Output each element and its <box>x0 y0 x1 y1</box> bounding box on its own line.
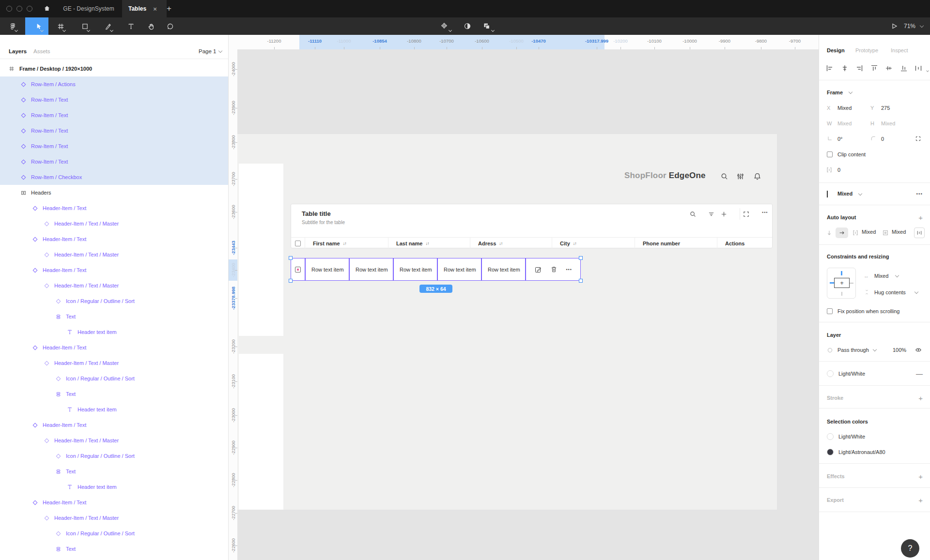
tab-inspect[interactable]: Inspect <box>891 47 908 53</box>
layer-row[interactable]: Row-Item / Text <box>0 123 229 138</box>
gap-input[interactable]: 0 <box>837 167 840 173</box>
selection-handle[interactable] <box>579 279 583 283</box>
layer-row[interactable]: Text <box>0 386 229 402</box>
layer-row[interactable]: Header-Item / Text / Master <box>0 278 229 293</box>
more-dots-icon[interactable]: ••• <box>762 210 768 215</box>
row-text-cell[interactable]: Row text item <box>481 258 526 281</box>
sort-icon[interactable]: ↓↑ <box>499 241 502 246</box>
align-h-center-icon[interactable] <box>841 64 849 72</box>
layer-row[interactable]: Header-Item / Text <box>0 262 229 278</box>
align-bottom-icon[interactable] <box>900 64 908 72</box>
align-right-icon[interactable] <box>855 64 863 72</box>
h-input[interactable]: Mixed <box>881 121 895 126</box>
layout-horizontal-icon[interactable] <box>836 227 848 238</box>
tab-layers[interactable]: Layers <box>9 48 27 54</box>
chevron-down-icon[interactable] <box>110 25 113 33</box>
chevron-down-icon[interactable] <box>63 25 65 33</box>
row-checkbox[interactable] <box>295 267 301 272</box>
table-card[interactable]: Table title Subtitle for the table ••• F… <box>291 204 773 248</box>
column-header-adress[interactable]: Adress↓↑ <box>470 238 552 249</box>
color-swatch[interactable] <box>827 449 834 455</box>
alignment-grid-button[interactable] <box>914 227 925 238</box>
window-close-button[interactable] <box>6 6 12 12</box>
vertical-constraint-select[interactable]: Hug contents <box>874 289 906 295</box>
row-checkbox-cell[interactable] <box>291 258 305 281</box>
padding-input[interactable]: Mixed <box>892 229 906 235</box>
column-header-first-name[interactable]: First name↓↑ <box>305 238 388 249</box>
x-input[interactable]: Mixed <box>837 105 852 111</box>
constraint-right[interactable] <box>850 283 853 284</box>
add-effect-icon[interactable]: + <box>918 472 923 481</box>
trash-icon[interactable] <box>550 266 558 273</box>
blend-mode-select[interactable]: Pass through <box>837 347 869 353</box>
clip-content-checkbox[interactable] <box>827 151 833 157</box>
independent-corners-icon[interactable] <box>915 136 921 143</box>
layer-row[interactable]: Text <box>0 309 229 324</box>
row-text-cell[interactable]: Row text item <box>349 258 393 281</box>
layer-row[interactable]: Row-Item / Actions <box>0 76 229 92</box>
zoom-level[interactable]: 71% <box>904 23 923 30</box>
layer-row[interactable]: Header-Item / Text <box>0 200 229 216</box>
comment-tool-icon[interactable] <box>163 17 177 35</box>
layer-row[interactable]: Header-Item / Text <box>0 340 229 355</box>
fix-position-checkbox[interactable] <box>827 308 833 314</box>
column-header-city[interactable]: City↓↑ <box>552 238 635 249</box>
window-zoom-button[interactable] <box>27 6 32 12</box>
checkbox[interactable] <box>295 241 301 246</box>
selection-color-row[interactable]: Light/White <box>819 433 930 440</box>
chevron-down-icon[interactable] <box>15 25 17 33</box>
layer-row[interactable]: Frame / Desktop / 1920×1000 <box>0 61 229 76</box>
more-dots-icon[interactable]: ••• <box>566 267 572 272</box>
layer-row[interactable]: Row-Item / Text <box>0 154 229 169</box>
layer-row[interactable]: Header text item <box>0 324 229 340</box>
corner-radius-input[interactable]: 0 <box>881 136 884 142</box>
figma-menu-icon[interactable] <box>5 17 20 35</box>
side-card-top[interactable] <box>239 164 283 336</box>
help-button[interactable]: ? <box>901 539 919 558</box>
chevron-down-icon[interactable] <box>41 25 43 33</box>
row-text-cell[interactable]: Row text item <box>393 258 437 281</box>
layer-row[interactable]: Row-Item / Checkbox <box>0 169 229 185</box>
layer-row[interactable]: Header text item <box>0 479 229 495</box>
align-left-icon[interactable] <box>826 64 834 72</box>
shape-tool-icon[interactable] <box>78 17 92 35</box>
selection-handle[interactable] <box>289 279 293 283</box>
rotation-input[interactable]: 0° <box>837 136 843 142</box>
w-input[interactable]: Mixed <box>837 121 852 126</box>
selection-handle[interactable] <box>289 256 293 260</box>
add-export-icon[interactable]: + <box>918 496 923 504</box>
column-header-actions[interactable]: Actions <box>717 238 772 249</box>
layer-row[interactable]: Text <box>0 541 229 557</box>
tab-design[interactable]: Design <box>827 47 845 53</box>
tab-ge-designsystem[interactable]: GE - DesignSystem <box>58 0 119 17</box>
chevron-down-icon[interactable] <box>87 25 90 33</box>
selected-table-row[interactable]: Row text itemRow text itemRow text itemR… <box>291 258 581 281</box>
chevron-down-icon[interactable] <box>927 67 929 73</box>
column-header-phone-number[interactable]: Phone number <box>635 238 717 249</box>
hand-tool-icon[interactable] <box>144 17 158 35</box>
desktop-frame[interactable] <box>237 134 777 510</box>
move-tool-icon[interactable] <box>31 17 46 35</box>
canvas[interactable]: ShopFloor EdgeOne Table title Subtitle f… <box>237 35 819 560</box>
layer-row[interactable]: Headers <box>0 185 229 200</box>
color-swatch[interactable] <box>827 433 834 440</box>
selection-handle[interactable] <box>579 256 583 260</box>
layer-row[interactable]: Header text item <box>0 402 229 417</box>
edit-icon[interactable] <box>534 266 542 273</box>
frame-tool-icon[interactable] <box>53 17 68 35</box>
select-all-checkbox-cell[interactable] <box>291 238 305 249</box>
item-spacing-input[interactable]: Mixed <box>862 229 876 235</box>
layer-row[interactable]: Icon / Regular / Outline / Sort <box>0 448 229 464</box>
layer-row[interactable]: Row-Item / Text <box>0 138 229 154</box>
more-dots-icon[interactable]: ••• <box>916 191 923 197</box>
search-icon[interactable] <box>689 211 697 220</box>
layer-row[interactable]: Header-Item / Text / Master <box>0 510 229 526</box>
layout-vertical-icon[interactable] <box>826 229 833 237</box>
add-auto-layout-icon[interactable]: + <box>918 213 923 222</box>
side-card-bottom[interactable] <box>239 354 283 510</box>
add-stroke-icon[interactable]: + <box>918 394 923 402</box>
new-tab-button[interactable]: + <box>167 4 171 14</box>
mask-icon[interactable] <box>460 17 475 35</box>
remove-fill-icon[interactable]: — <box>916 370 923 378</box>
fill-name[interactable]: Light/White <box>838 371 865 377</box>
